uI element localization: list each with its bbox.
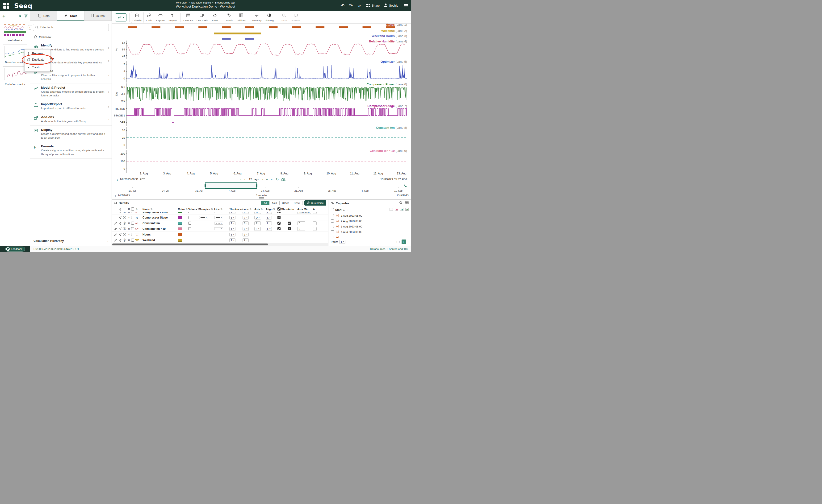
calculation-hierarchy-button[interactable]: Calculation Hierarchy› [30, 237, 112, 246]
copy-range-icon[interactable] [282, 178, 286, 181]
capsule-row[interactable]: 1 Aug 2023 08:00 [328, 213, 411, 218]
collapse-panel-button[interactable]: ‹ [28, 25, 32, 30]
dropdown[interactable]: F▾ [254, 227, 261, 231]
dropdown[interactable]: 1▾ [229, 227, 236, 231]
worksheet-label[interactable]: Worksheet [8, 39, 20, 42]
tab-journal[interactable]: Journal [84, 11, 112, 21]
worksheet-thumbnail[interactable] [3, 66, 27, 82]
toolbar-button-calendar[interactable]: Calendar [131, 12, 143, 23]
follow-icon[interactable]: ↠ [357, 3, 361, 8]
toolbar-button-labels[interactable]: Labels [224, 12, 235, 23]
show-checkbox[interactable] [278, 216, 281, 219]
remove-column-icon[interactable]: × [127, 207, 131, 211]
dropdown[interactable]: 1▾ [229, 221, 236, 225]
column-header-lane[interactable]: Lane ⇅ [243, 208, 254, 211]
datasources-link[interactable]: Datasources [370, 248, 386, 250]
values-checkbox[interactable] [188, 212, 191, 213]
breadcrumb-link[interactable]: Breadcrumbs test [215, 1, 235, 4]
investigate-duration[interactable]: 2 months [256, 194, 267, 197]
column-header-color[interactable]: Color ⇅ [178, 208, 188, 211]
details-filter-order[interactable]: Order [280, 201, 291, 205]
select-all-capsules-checkbox[interactable] [331, 208, 334, 211]
tool-item-import-export[interactable]: Import/Export Import and export in diffe… [30, 100, 112, 113]
seeq-logo[interactable]: Seeq [14, 2, 32, 9]
dropdown[interactable]: L▾ [266, 221, 272, 225]
dropdown[interactable]: C▾ [254, 212, 261, 214]
column-header-thickness[interactable]: Thickness ▲ [229, 208, 243, 211]
remove-icon[interactable]: × [127, 212, 131, 214]
filter-worksheets-icon[interactable] [24, 14, 28, 18]
pin-icon[interactable] [118, 216, 122, 219]
edit-icon[interactable] [113, 233, 118, 236]
dropdown[interactable]: L▾ [266, 227, 272, 231]
page-select[interactable]: 1▾ [339, 240, 345, 244]
line-style-dropdown[interactable]: ▾ [214, 216, 223, 219]
tab-data[interactable]: Data [30, 11, 57, 21]
timeline-selection[interactable] [205, 182, 257, 189]
info-icon[interactable]: i [122, 233, 127, 236]
undo-icon[interactable]: ↶ [341, 3, 345, 8]
color-swatch[interactable] [178, 233, 188, 236]
details-row-constant-ten-10[interactable]: i×Constant ten * 10▾1▾9▾F▾L▾0 [112, 226, 328, 232]
step-back-full-icon[interactable]: « [240, 178, 242, 181]
show-checkbox[interactable] [278, 212, 281, 213]
dropdown[interactable]: 8▾ [243, 221, 249, 225]
timeline-capsule-toggle-icon[interactable] [404, 184, 407, 188]
column-header-align[interactable]: Align ⇅ [266, 208, 278, 211]
sort-worksheets-icon[interactable] [18, 14, 21, 18]
select-all-checkbox[interactable] [131, 207, 134, 211]
worksheet-label[interactable]: Based on asset [5, 61, 23, 64]
auto-checkbox[interactable] [288, 227, 291, 230]
axis-min-input[interactable]: 0 [297, 221, 305, 225]
line-style-dropdown[interactable]: ▾ [214, 212, 223, 213]
current-page-button[interactable]: 1 [402, 240, 406, 244]
dropdown[interactable]: 1▾ [243, 233, 249, 236]
edit-icon[interactable] [113, 239, 118, 242]
selection-left-handle[interactable] [204, 184, 206, 187]
dropdown[interactable]: 2▾ [243, 238, 249, 242]
menu-item-rename[interactable]: Rename [25, 50, 50, 57]
dropdown[interactable]: 1▾ [229, 238, 236, 242]
row-checkbox[interactable] [131, 222, 134, 225]
capsule-row[interactable]: 3 Aug 2023 08:00 [328, 224, 411, 229]
toolbar-button-one-lane[interactable]: One Lane [182, 12, 195, 23]
menu-item-trash[interactable]: × Trash [25, 64, 50, 70]
worksheet-label[interactable]: Part of an asset [5, 83, 23, 86]
overview-link[interactable]: Overview [30, 33, 112, 41]
color-swatch[interactable] [178, 216, 188, 219]
column-header-samples[interactable]: Samples ⇅ [199, 208, 214, 211]
view-selector-button[interactable]: ▾ [115, 13, 126, 21]
capsule-row[interactable]: 2 Aug 2023 08:00 [328, 218, 411, 224]
worksheet-thumbnail[interactable] [3, 23, 27, 38]
toolbar-button-reset[interactable]: Reset [209, 12, 221, 23]
capsule-checkbox[interactable] [331, 225, 334, 228]
pin-column-icon[interactable] [118, 208, 122, 211]
details-filter-style[interactable]: Style [291, 201, 303, 205]
column-header-axis-min[interactable]: Axis Min [297, 208, 313, 211]
show-checkbox[interactable] [278, 227, 281, 230]
color-swatch[interactable] [178, 212, 188, 213]
column-header-auto[interactable]: Auto [288, 208, 297, 211]
tool-item-formula[interactable]: fx Formula Create a signal or condition … [30, 142, 112, 159]
worksheet-menu-chevron-icon[interactable]: ▾ [21, 39, 22, 41]
selection-right-handle[interactable] [256, 184, 258, 187]
dropdown[interactable]: 7▾ [243, 216, 249, 219]
color-swatch[interactable] [178, 239, 188, 242]
column-menu-icon[interactable]: ⋮ [346, 208, 349, 211]
capsules-stat-table-icon-1[interactable] [390, 208, 393, 211]
toolbar-button-zoom[interactable]: Zoom [279, 12, 290, 23]
breadcrumb-link[interactable]: two folder sophie [191, 1, 211, 4]
hamburger-menu-icon[interactable] [404, 4, 408, 7]
capsules-grid-icon[interactable] [405, 201, 409, 205]
dropdown[interactable]: 1▾ [229, 212, 236, 214]
capsules-stat-table-icon-4[interactable] [405, 208, 409, 211]
row-checkbox[interactable] [131, 233, 134, 236]
details-filter-all[interactable]: All [261, 201, 270, 205]
worksheet-thumbnail[interactable] [3, 45, 27, 60]
dropdown[interactable]: 6▾ [243, 212, 249, 214]
app-grid-button[interactable] [1, 1, 11, 10]
details-row-constant-ten[interactable]: i×Constant ten▾1▾8▾E▾L▾0 [112, 220, 328, 226]
next-page-icon[interactable]: › [408, 240, 409, 244]
line-style-dropdown[interactable]: ▾ [214, 227, 223, 230]
pin-icon[interactable] [118, 233, 122, 236]
